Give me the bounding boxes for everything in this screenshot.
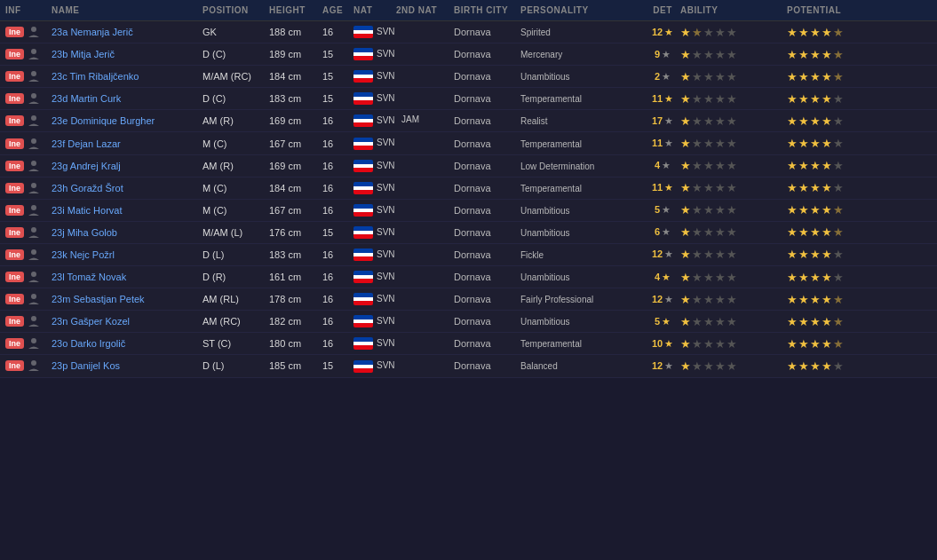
det-icon-grey: ★ <box>664 294 673 304</box>
table-row[interactable]: Ine 23b Mitja Jerič D (C) 189 cm 15 SVN … <box>0 43 937 66</box>
player-ability: ★★★★★ <box>680 272 787 283</box>
header-det: DET <box>645 5 680 15</box>
player-name[interactable]: 23p Danijel Kos <box>52 360 202 371</box>
player-inf: Ine <box>0 138 52 150</box>
player-personality: Fairly Professional <box>520 294 645 304</box>
table-row[interactable]: Ine 23k Nejc Požrl D (L) 183 cm 16 SVN D… <box>0 244 937 266</box>
player-inf: Ine <box>0 226 52 239</box>
svg-point-4 <box>31 115 36 121</box>
player-name[interactable]: 23n Gašper Kozel <box>52 316 202 327</box>
player-ability: ★★★★★ <box>680 138 787 149</box>
player-icon <box>28 138 40 150</box>
player-inf: Ine <box>0 315 52 327</box>
player-position: M (C) <box>202 183 269 193</box>
player-ability: ★★★★★ <box>680 360 787 372</box>
player-height: 176 cm <box>269 227 322 238</box>
player-age: 15 <box>322 93 353 104</box>
player-name[interactable]: 23a Nemanja Jerič <box>52 27 202 37</box>
flag-svn <box>353 114 373 127</box>
table-row[interactable]: Ine 23h Goražd Šrot M (C) 184 cm 16 SVN … <box>0 177 937 200</box>
table-row[interactable]: Ine 23l Tomaž Novak D (R) 161 cm 16 SVN … <box>0 266 937 288</box>
player-icon <box>28 315 40 327</box>
player-birthcity: Dornava <box>454 316 520 327</box>
player-name[interactable]: 23g Andrej Kralj <box>52 161 202 171</box>
player-inf: Ine <box>0 248 52 261</box>
header-nat: NAT <box>353 5 396 15</box>
player-icon <box>28 160 40 172</box>
player-nat: SVN <box>353 182 396 194</box>
header-ability: ABILITY <box>680 5 787 15</box>
table-row[interactable]: Ine 23j Miha Golob M/AM (L) 176 cm 15 SV… <box>0 222 937 244</box>
player-personality: Fickle <box>520 249 645 260</box>
table-row[interactable]: Ine 23n Gašper Kozel AM (RC) 182 cm 16 S… <box>0 311 937 333</box>
player-ability: ★★★★★ <box>680 93 787 105</box>
player-inf: Ine <box>0 70 52 83</box>
table-row[interactable]: Ine 23d Martin Curk D (C) 183 cm 15 SVN … <box>0 88 937 110</box>
player-name[interactable]: 23b Mitja Jerič <box>52 49 202 59</box>
player-personality: Temperamental <box>520 338 645 349</box>
table-row[interactable]: Ine 23o Darko Irgolič ST (C) 180 cm 16 S… <box>0 333 937 355</box>
player-name[interactable]: 23e Dominique Burgher <box>52 115 202 126</box>
player-potential: ★★★★★ <box>787 93 893 105</box>
player-birthcity: Dornava <box>454 338 520 349</box>
ine-badge: Ine <box>5 205 24 216</box>
table-row[interactable]: Ine 23g Andrej Kralj AM (R) 169 cm 16 SV… <box>0 155 937 177</box>
flag-svn <box>353 271 373 283</box>
player-age: 16 <box>322 316 353 327</box>
player-position: AM (R) <box>202 115 269 126</box>
player-name[interactable]: 23j Miha Golob <box>52 227 202 238</box>
player-name[interactable]: 23i Matic Horvat <box>52 205 202 216</box>
flag-svn <box>353 70 373 83</box>
flag-svn <box>353 48 373 60</box>
player-name[interactable]: 23o Darko Irgolič <box>52 338 202 349</box>
player-icon <box>28 271 40 283</box>
ine-badge: Ine <box>5 338 24 349</box>
table-row[interactable]: Ine 23f Dejan Lazar M (C) 167 cm 16 SVN … <box>0 132 937 154</box>
player-inf: Ine <box>0 114 52 127</box>
player-name[interactable]: 23d Martin Curk <box>52 93 202 104</box>
table-row[interactable]: Ine 23a Nemanja Jerič GK 188 cm 16 SVN D… <box>0 21 937 43</box>
table-row[interactable]: Ine 23i Matic Horvat M (C) 167 cm 16 SVN… <box>0 200 937 222</box>
flag-svn <box>353 182 373 194</box>
player-det: 12★ <box>645 360 680 372</box>
player-position: D (L) <box>202 360 269 371</box>
det-icon-grey: ★ <box>662 71 671 82</box>
ine-badge: Ine <box>5 360 24 371</box>
ine-badge: Ine <box>5 27 24 37</box>
player-name[interactable]: 23k Nejc Požrl <box>52 249 202 260</box>
player-name[interactable]: 23c Tim Ribaljčenko <box>52 71 202 82</box>
ine-badge: Ine <box>5 294 24 304</box>
flag-nat2: JAM <box>396 114 416 127</box>
det-icon-grey: ★ <box>662 160 671 170</box>
player-ability: ★★★★★ <box>680 27 787 38</box>
table-row[interactable]: Ine 23e Dominique Burgher AM (R) 169 cm … <box>0 110 937 132</box>
player-ability: ★★★★★ <box>680 294 787 305</box>
svg-point-3 <box>31 93 36 99</box>
player-height: 184 cm <box>269 71 322 82</box>
ine-badge: Ine <box>5 93 24 104</box>
flag-svn <box>353 226 373 239</box>
player-nat: SVN <box>353 48 396 60</box>
player-name[interactable]: 23f Dejan Lazar <box>52 138 202 149</box>
svg-point-7 <box>31 183 36 188</box>
player-height: 184 cm <box>269 183 322 193</box>
player-name[interactable]: 23h Goražd Šrot <box>52 183 202 193</box>
ine-badge: Ine <box>5 272 24 282</box>
det-icon-gold: ★ <box>664 338 673 349</box>
player-birthcity: Dornava <box>454 93 520 104</box>
player-nat: SVN <box>353 337 396 350</box>
player-potential: ★★★★★ <box>787 27 893 38</box>
table-row[interactable]: Ine 23m Sebastjan Petek AM (RL) 178 cm 1… <box>0 288 937 311</box>
player-inf: Ine <box>0 48 52 60</box>
table-row[interactable]: Ine 23c Tim Ribaljčenko M/AM (RC) 184 cm… <box>0 66 937 88</box>
player-det: 4★ <box>645 272 680 283</box>
player-name[interactable]: 23m Sebastjan Petek <box>52 294 202 304</box>
player-height: 169 cm <box>269 115 322 126</box>
table-row[interactable]: Ine 23p Danijel Kos D (L) 185 cm 15 SVN … <box>0 355 937 377</box>
player-det: 17★ <box>645 115 680 127</box>
det-icon-gold: ★ <box>662 272 671 282</box>
player-name[interactable]: 23l Tomaž Novak <box>52 272 202 282</box>
player-position: M/AM (RC) <box>202 71 269 82</box>
player-personality: Unambitious <box>520 227 645 238</box>
player-det: 10★ <box>645 338 680 350</box>
